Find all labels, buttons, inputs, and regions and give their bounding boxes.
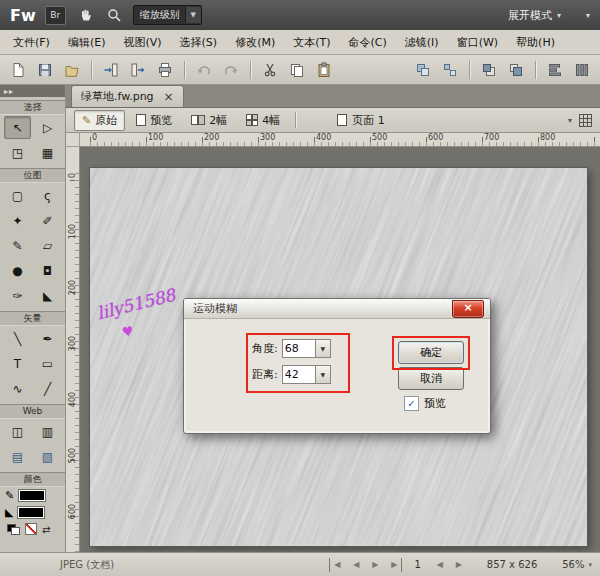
- zoom-level-dropdown[interactable]: 缩放级别 ▼: [133, 5, 202, 25]
- crop-tool[interactable]: ▦: [34, 141, 61, 164]
- align-button[interactable]: [544, 59, 566, 81]
- zoom-tool-button[interactable]: [104, 5, 124, 25]
- save-button[interactable]: [34, 59, 56, 81]
- page-selector[interactable]: 页面 1: [337, 113, 385, 128]
- fill-color-swatch[interactable]: [17, 506, 45, 519]
- document-tab[interactable]: 绿草地.fw.png ×: [71, 85, 184, 107]
- tab-original[interactable]: ✎ 原始: [74, 110, 125, 131]
- marquee-tool[interactable]: ▢: [4, 184, 31, 207]
- distance-spinner-button[interactable]: ▼: [315, 365, 331, 384]
- previous-state-button[interactable]: ◀: [349, 558, 363, 572]
- cancel-button[interactable]: 取消: [398, 367, 464, 390]
- hotspot-tool[interactable]: ◫: [4, 420, 31, 443]
- titlebar-menu-chevron-icon[interactable]: ▾: [586, 11, 590, 20]
- tab-original-label: 原始: [95, 113, 117, 128]
- print-button[interactable]: [154, 59, 176, 81]
- swap-colors-button[interactable]: ⇄: [42, 524, 50, 535]
- horizontal-ruler[interactable]: 0 100 200 300 400 500 600 700 800: [80, 133, 600, 147]
- undo-button[interactable]: [193, 59, 215, 81]
- line-tool[interactable]: ╲: [4, 327, 31, 350]
- open-button[interactable]: [61, 59, 83, 81]
- distribute-button[interactable]: [571, 59, 593, 81]
- preview-checkbox[interactable]: ✓ 预览: [404, 396, 446, 411]
- default-colors-button[interactable]: [7, 524, 20, 535]
- first-state-button[interactable]: ◀: [329, 558, 344, 572]
- new-document-button[interactable]: [7, 59, 29, 81]
- hide-slices-tool[interactable]: ▤: [4, 445, 31, 468]
- tab-4up-label: 4幅: [262, 113, 280, 128]
- menu-item-modify[interactable]: 修改(M): [226, 30, 284, 54]
- paste-button[interactable]: [313, 59, 335, 81]
- preview-label: 预览: [424, 396, 446, 411]
- tab-4up[interactable]: 4幅: [238, 110, 288, 131]
- zoom-level-control[interactable]: 56% ▾: [562, 559, 592, 570]
- brush-tool[interactable]: ✐: [34, 209, 61, 232]
- next-page-button[interactable]: ▶: [452, 558, 466, 572]
- scale-tool[interactable]: ◳: [4, 141, 31, 164]
- eyedropper-tool[interactable]: ✑: [4, 284, 31, 307]
- page-dropdown-icon[interactable]: ▾: [568, 116, 572, 125]
- rectangle-tool[interactable]: ▭: [34, 352, 61, 375]
- pencil-icon: ✎: [82, 114, 91, 127]
- no-color-button[interactable]: [25, 523, 37, 535]
- distance-input[interactable]: [282, 365, 315, 384]
- freeform-tool[interactable]: ∿: [4, 377, 31, 400]
- tab-2up[interactable]: 2幅: [183, 110, 235, 131]
- subselection-tool[interactable]: ▷: [34, 116, 61, 139]
- previous-page-button[interactable]: ◀: [433, 558, 447, 572]
- pencil-tool[interactable]: ✎: [4, 234, 31, 257]
- cut-button[interactable]: [259, 59, 281, 81]
- tools-panel-collapse-handle[interactable]: ▸▸: [0, 85, 65, 97]
- slice-tool[interactable]: ▥: [34, 420, 61, 443]
- angle-spinner-button[interactable]: ▼: [315, 339, 331, 358]
- hand-tool-button[interactable]: [75, 5, 95, 25]
- group-button[interactable]: [412, 59, 434, 81]
- magic-wand-tool[interactable]: ✦: [4, 209, 31, 232]
- copy-button[interactable]: [286, 59, 308, 81]
- menu-item-filters[interactable]: 滤镜(I): [396, 30, 448, 54]
- angle-input[interactable]: [282, 339, 315, 358]
- stroke-color-swatch[interactable]: [18, 489, 46, 502]
- menu-item-edit[interactable]: 编辑(E): [59, 30, 115, 54]
- tab-close-icon[interactable]: ×: [164, 92, 174, 102]
- vertical-ruler[interactable]: 0 100 200 300 400 500 600: [66, 147, 80, 552]
- eraser-tool[interactable]: ▱: [34, 234, 61, 257]
- rubber-stamp-tool[interactable]: ◘: [34, 259, 61, 282]
- pointer-tool[interactable]: ↖: [4, 116, 31, 139]
- text-tool[interactable]: T: [4, 352, 31, 375]
- bring-to-front-button[interactable]: [478, 59, 500, 81]
- export-button[interactable]: [127, 59, 149, 81]
- dialog-close-button[interactable]: ×: [452, 300, 484, 318]
- menu-item-file[interactable]: 文件(F): [4, 30, 59, 54]
- dialog-titlebar[interactable]: 运动模糊: [184, 299, 490, 319]
- menu-item-window[interactable]: 窗口(W): [448, 30, 507, 54]
- menu-item-select[interactable]: 选择(S): [171, 30, 227, 54]
- stroke-color-icon: ✎: [5, 489, 14, 502]
- menu-item-commands[interactable]: 命令(C): [340, 30, 396, 54]
- ungroup-button[interactable]: [439, 59, 461, 81]
- ok-button[interactable]: 确定: [398, 341, 464, 364]
- menu-item-text[interactable]: 文本(T): [284, 30, 339, 54]
- knife-tool[interactable]: ╱: [34, 377, 61, 400]
- play-states-button[interactable]: ▶: [368, 558, 382, 572]
- bridge-button[interactable]: Br: [45, 6, 66, 25]
- send-to-back-icon: [508, 62, 524, 78]
- import-button[interactable]: [100, 59, 122, 81]
- workspace-switcher-button[interactable]: 展开模式 ▾: [508, 8, 561, 23]
- page-grid-icon[interactable]: [579, 114, 592, 127]
- menu-item-view[interactable]: 视图(V): [114, 30, 170, 54]
- ruler-label: 400: [68, 392, 77, 408]
- blur-tool[interactable]: ●: [4, 259, 31, 282]
- show-slices-tool[interactable]: ▧: [34, 445, 61, 468]
- tab-preview[interactable]: 预览: [128, 110, 180, 131]
- zoom-dropdown-icon: ▾: [588, 561, 592, 569]
- angle-field: 角度: ▼: [252, 339, 331, 358]
- send-to-back-button[interactable]: [505, 59, 527, 81]
- menu-item-help[interactable]: 帮助(H): [507, 30, 564, 54]
- status-bar: JPEG (文档) ◀ ◀ ▶ ▶ 1 ◀ ▶ 857 x 626 56% ▾: [0, 552, 600, 576]
- last-state-button[interactable]: ▶: [387, 558, 402, 572]
- pen-tool[interactable]: ✒: [34, 327, 61, 350]
- redo-button[interactable]: [220, 59, 242, 81]
- lasso-tool[interactable]: ς: [34, 184, 61, 207]
- paint-bucket-tool[interactable]: ◣: [34, 284, 61, 307]
